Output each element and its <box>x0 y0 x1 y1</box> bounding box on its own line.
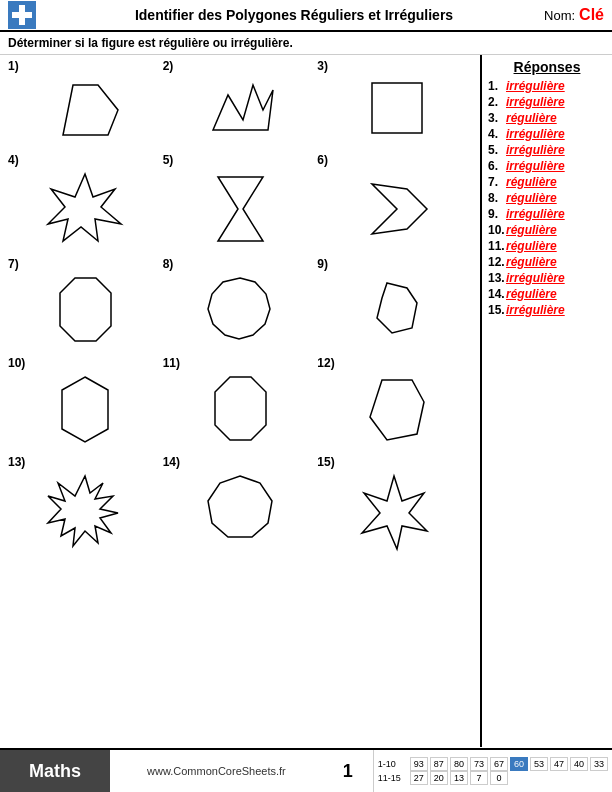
score-93: 93 <box>410 757 428 771</box>
shape-cell-15: 15) <box>317 455 472 556</box>
svg-marker-11 <box>377 283 417 333</box>
footer-scores: 1-10 93 87 80 73 67 60 53 47 40 33 11-15… <box>373 750 612 792</box>
shape-cell-2: 2) <box>163 59 318 145</box>
footer-page-number: 1 <box>323 750 373 792</box>
shape-num-7: 7) <box>8 257 19 271</box>
svg-marker-16 <box>208 476 272 537</box>
score-60: 60 <box>510 757 528 771</box>
answer-num: 11. <box>488 239 506 253</box>
answer-text: irrégulière <box>506 79 565 93</box>
shape-row-1: 1) 2) <box>8 59 472 145</box>
shape-container-2 <box>163 75 318 145</box>
shape-num-9: 9) <box>317 257 328 271</box>
shape-svg-11 <box>198 372 283 447</box>
shape-svg-9 <box>352 273 437 348</box>
shape-num-6: 6) <box>317 153 328 167</box>
answer-text: irrégulière <box>506 127 565 141</box>
shape-svg-15 <box>352 471 437 556</box>
answer-num: 2. <box>488 95 506 109</box>
answer-item: 2.irrégulière <box>488 95 606 109</box>
score-13: 13 <box>450 771 468 785</box>
svg-marker-13 <box>215 377 266 440</box>
shape-num-12: 12) <box>317 356 334 370</box>
score-20: 20 <box>430 771 448 785</box>
answer-item: 5.irrégulière <box>488 143 606 157</box>
shape-cell-14: 14) <box>163 455 318 556</box>
shape-num-14: 14) <box>163 455 180 469</box>
shape-num-2: 2) <box>163 59 174 73</box>
answer-item: 4.irrégulière <box>488 127 606 141</box>
shape-container-14 <box>163 471 318 556</box>
shape-container-15 <box>317 471 472 556</box>
answer-text: régulière <box>506 239 557 253</box>
answer-item: 13.irrégulière <box>488 271 606 285</box>
svg-rect-2 <box>12 12 32 18</box>
answer-item: 11.régulière <box>488 239 606 253</box>
url-text: www.CommonCoreSheets.fr <box>147 765 286 777</box>
svg-marker-17 <box>362 476 427 549</box>
shape-row-4: 10) 11) <box>8 356 472 447</box>
score-label-1-10: 1-10 <box>378 759 408 769</box>
answer-text: régulière <box>506 287 557 301</box>
answer-num: 15. <box>488 303 506 317</box>
shape-num-3: 3) <box>317 59 328 73</box>
answer-num: 10. <box>488 223 506 237</box>
shape-num-15: 15) <box>317 455 334 469</box>
shape-svg-1 <box>43 75 128 145</box>
shape-container-13 <box>8 471 163 556</box>
answer-text: régulière <box>506 223 557 237</box>
score-73: 73 <box>470 757 488 771</box>
score-80: 80 <box>450 757 468 771</box>
shape-row-5: 13) 14) <box>8 455 472 556</box>
answer-num: 9. <box>488 207 506 221</box>
svg-marker-10 <box>208 278 270 339</box>
answer-item: 3.régulière <box>488 111 606 125</box>
svg-marker-15 <box>48 476 118 546</box>
score-0: 0 <box>490 771 508 785</box>
svg-marker-4 <box>213 85 273 130</box>
shape-container-9 <box>317 273 472 348</box>
shape-cell-3: 3) <box>317 59 472 145</box>
shape-svg-5 <box>198 169 283 249</box>
nom-label: Nom: <box>544 8 575 23</box>
shape-cell-5: 5) <box>163 153 318 249</box>
shape-svg-4 <box>43 169 128 249</box>
shape-svg-13 <box>43 471 128 556</box>
answer-num: 6. <box>488 159 506 173</box>
svg-marker-6 <box>48 174 121 241</box>
shape-container-3 <box>317 75 472 145</box>
shape-svg-2 <box>198 75 283 145</box>
shape-num-13: 13) <box>8 455 25 469</box>
svg-marker-9 <box>60 278 111 341</box>
score-27: 27 <box>410 771 428 785</box>
answer-item: 15.irrégulière <box>488 303 606 317</box>
shape-cell-4: 4) <box>8 153 163 249</box>
shape-container-12 <box>317 372 472 447</box>
shape-num-1: 1) <box>8 59 19 73</box>
sub-header: Déterminer si la figure est régulière ou… <box>0 32 612 55</box>
shape-cell-9: 9) <box>317 257 472 348</box>
shape-num-10: 10) <box>8 356 25 370</box>
answer-text: irrégulière <box>506 271 565 285</box>
answer-num: 14. <box>488 287 506 301</box>
shape-cell-1: 1) <box>8 59 163 145</box>
svg-marker-14 <box>370 380 424 440</box>
shape-svg-12 <box>352 372 437 447</box>
shape-num-4: 4) <box>8 153 19 167</box>
score-label-11-15: 11-15 <box>378 773 408 783</box>
answer-num: 3. <box>488 111 506 125</box>
svg-marker-7 <box>218 177 263 241</box>
answer-text: régulière <box>506 175 557 189</box>
answer-num: 5. <box>488 143 506 157</box>
shapes-area: 1) 2) <box>0 55 482 747</box>
shape-container-7 <box>8 273 163 348</box>
footer-url: www.CommonCoreSheets.fr <box>110 750 323 792</box>
shape-container-1 <box>8 75 163 145</box>
answer-text: régulière <box>506 191 557 205</box>
page-title: Identifier des Polygones Réguliers et Ir… <box>44 7 544 23</box>
shape-svg-3 <box>352 75 437 145</box>
shape-container-6 <box>317 169 472 249</box>
logo-icon <box>8 1 36 29</box>
answer-text: irrégulière <box>506 159 565 173</box>
answer-text: irrégulière <box>506 303 565 317</box>
